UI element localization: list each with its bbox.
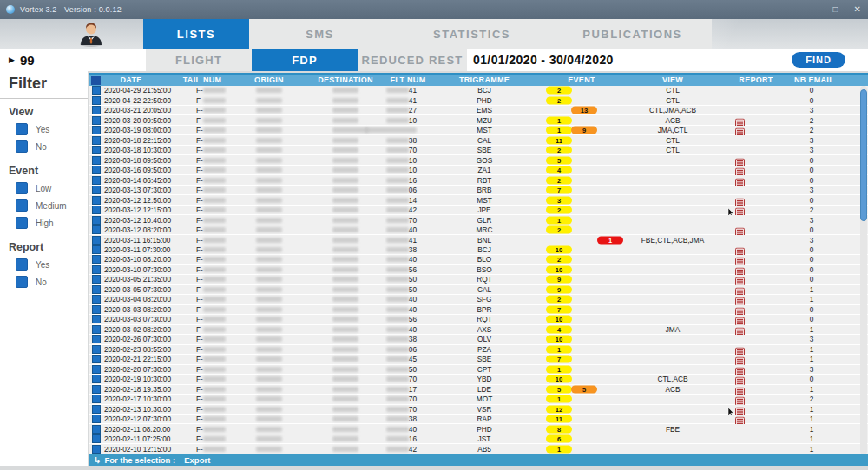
report-icon[interactable] <box>735 264 745 274</box>
select-all-checkbox[interactable] <box>91 76 101 85</box>
table-row[interactable]: 2020-03-13 07:30:00F-06BRB73 <box>89 186 868 195</box>
column-header-view[interactable]: VIEW <box>662 75 683 84</box>
table-row[interactable]: 2020-02-26 07:30:00F-38OLV103 <box>89 335 868 344</box>
tab-fdp[interactable]: FDP <box>252 49 358 71</box>
export-link[interactable]: Export <box>184 455 210 465</box>
row-checkbox[interactable] <box>92 176 101 185</box>
report-icon[interactable] <box>735 364 745 374</box>
table-row[interactable]: 2020-02-11 08:20:00F-40PHD8FBE1 <box>89 424 868 434</box>
row-checkbox[interactable] <box>92 206 101 214</box>
filter-option-view-no[interactable]: No <box>16 140 88 153</box>
row-checkbox[interactable] <box>92 275 101 284</box>
row-checkbox[interactable] <box>92 146 101 154</box>
scrollbar-thumb[interactable] <box>860 89 867 221</box>
filter-option-event-medium[interactable]: Medium <box>16 199 88 212</box>
checkbox-icon[interactable] <box>16 217 28 229</box>
table-row[interactable]: 2020-04-22 22:50:00F-41PHD2CTL0 <box>89 95 868 105</box>
report-icon[interactable] <box>735 255 745 264</box>
row-checkbox[interactable] <box>92 265 101 274</box>
report-icon[interactable] <box>735 175 745 185</box>
row-checkbox[interactable] <box>92 186 101 194</box>
row-checkbox[interactable] <box>92 116 101 125</box>
report-icon[interactable] <box>735 284 745 294</box>
row-checkbox[interactable] <box>92 126 101 134</box>
tab-reduced-rest[interactable]: REDUCED REST <box>358 49 467 71</box>
column-header-trigramme[interactable]: TRIGRAMME <box>459 75 510 84</box>
table-row[interactable]: 2020-03-05 07:30:00F-50CAL91 <box>89 285 868 295</box>
find-button[interactable]: FIND <box>792 52 845 68</box>
row-checkbox[interactable] <box>92 385 101 394</box>
table-row[interactable]: 2020-03-10 08:20:00F-40BLO20 <box>89 255 868 264</box>
report-icon[interactable] <box>735 166 745 175</box>
filter-option-event-low[interactable]: Low <box>16 182 88 194</box>
row-checkbox[interactable] <box>92 245 101 254</box>
table-row[interactable]: 2020-02-12 07:30:00F-38RAP111 <box>89 415 868 424</box>
report-icon[interactable] <box>735 195 745 205</box>
report-icon[interactable] <box>735 375 745 384</box>
report-icon[interactable] <box>735 395 745 404</box>
table-row[interactable]: 2020-03-19 08:00:00F-MST19JMA,CTL2 <box>89 126 868 135</box>
row-checkbox[interactable] <box>92 216 101 225</box>
column-header-event[interactable]: EVENT <box>568 75 595 84</box>
row-checkbox[interactable] <box>92 434 101 443</box>
row-checkbox[interactable] <box>92 96 101 105</box>
row-checkbox[interactable] <box>92 325 101 334</box>
checkbox-icon[interactable] <box>16 123 28 135</box>
table-row[interactable]: 2020-03-18 09:50:00F-10GOS50 <box>89 155 868 165</box>
row-checkbox[interactable] <box>92 305 101 314</box>
checkbox-icon[interactable] <box>16 140 28 153</box>
report-icon[interactable] <box>735 324 745 334</box>
minimize-button[interactable]: — <box>809 5 818 14</box>
row-checkbox[interactable] <box>92 225 101 234</box>
report-icon[interactable] <box>735 295 745 304</box>
row-checkbox[interactable] <box>92 236 101 245</box>
table-row[interactable]: 2020-03-20 09:50:00F-10MZU1ACB2 <box>89 115 868 125</box>
table-row[interactable]: 2020-03-21 20:05:00F-27EMS13CTL,JMA,ACB3 <box>89 106 868 115</box>
column-header-tail-num[interactable]: TAIL NUM <box>183 75 222 84</box>
report-icon[interactable] <box>735 155 745 165</box>
table-row[interactable]: 2020-02-18 19:35:00F-17LDE55ACB1 <box>89 385 868 395</box>
report-icon[interactable] <box>735 115 745 125</box>
row-checkbox[interactable] <box>92 445 101 454</box>
date-range[interactable]: 01/01/2020 - 30/04/2020 <box>473 49 614 71</box>
close-button[interactable]: ✕ <box>854 5 861 14</box>
column-header-origin[interactable]: ORIGIN <box>254 75 284 84</box>
expander-triangle-icon[interactable]: ▶ <box>9 55 15 64</box>
table-row[interactable]: 2020-03-12 12:50:00F-14MST30 <box>89 195 868 205</box>
table-row[interactable]: 2020-03-11 16:15:00F-41BNL1FBE,CTL,ACB,J… <box>89 235 868 245</box>
checkbox-icon[interactable] <box>16 276 28 288</box>
filter-option-report-yes[interactable]: Yes <box>16 258 88 271</box>
row-checkbox[interactable] <box>92 315 101 323</box>
report-icon[interactable] <box>735 275 745 284</box>
row-checkbox[interactable] <box>92 166 101 174</box>
report-icon[interactable] <box>735 245 745 254</box>
maximize-button[interactable]: □ <box>833 5 838 14</box>
row-checkbox[interactable] <box>92 355 101 363</box>
report-icon[interactable] <box>735 315 745 324</box>
table-row[interactable]: 2020-02-11 07:25:00F-16JST61 <box>89 434 868 444</box>
row-checkbox[interactable] <box>92 255 101 264</box>
filter-option-view-yes[interactable]: Yes <box>16 123 88 135</box>
user-avatar-icon[interactable] <box>76 22 106 47</box>
row-checkbox[interactable] <box>92 86 101 95</box>
row-checkbox[interactable] <box>92 345 101 354</box>
table-row[interactable]: 2020-03-18 22:15:00F-38CAL11CTL3 <box>89 135 868 145</box>
table-row[interactable]: 2020-03-03 07:30:00F-56RQT100 <box>89 315 868 324</box>
tab-flight[interactable]: FLIGHT <box>146 49 252 71</box>
tab-publications[interactable]: PUBLICATIONS <box>553 19 712 49</box>
row-checkbox[interactable] <box>92 136 101 145</box>
checkbox-icon[interactable] <box>16 182 28 194</box>
table-row[interactable]: 2020-03-18 10:30:00F-70SBE2CTL3 <box>89 146 868 155</box>
row-checkbox[interactable] <box>92 375 101 383</box>
table-row[interactable]: 2020-02-20 07:30:00F-50CPT13 <box>89 365 868 375</box>
table-row[interactable]: 2020-02-21 22:15:00F-45SBE71 <box>89 355 868 364</box>
report-icon[interactable] <box>735 415 745 424</box>
table-row[interactable]: 2020-02-23 08:55:00F-06PZA11 <box>89 345 868 355</box>
row-checkbox[interactable] <box>92 295 101 304</box>
report-icon[interactable] <box>735 384 745 394</box>
column-header-report[interactable]: REPORT <box>739 75 773 84</box>
checkbox-icon[interactable] <box>16 199 28 212</box>
column-header-date[interactable]: DATE <box>120 75 141 84</box>
report-icon[interactable] <box>735 126 745 135</box>
table-row[interactable]: 2020-03-12 12:15:00F-42JPE22 <box>89 206 868 215</box>
